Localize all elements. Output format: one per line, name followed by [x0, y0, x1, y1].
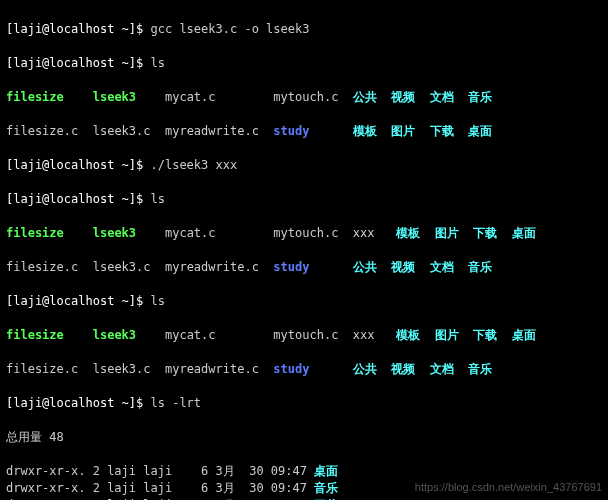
- prompt: [laji@localhost ~]$: [6, 395, 151, 412]
- prompt: [laji@localhost ~]$: [6, 191, 151, 208]
- prompt: [laji@localhost ~]$: [6, 21, 151, 38]
- command: gcc lseek3.c -o lseek3: [151, 21, 310, 38]
- ls-output: filesize lseek3 mycat.c mytouch.c 公共 视频 …: [6, 89, 602, 106]
- prompt: [laji@localhost ~]$: [6, 157, 151, 174]
- prompt: [laji@localhost ~]$: [6, 293, 151, 310]
- ls-lrt-row: drwxr-xr-x. 2 laji laji 6 3月 30 09:47 桌面: [6, 463, 602, 480]
- terminal[interactable]: [laji@localhost ~]$ gcc lseek3.c -o lsee…: [0, 0, 608, 500]
- command: ./lseek3 xxx: [151, 157, 238, 174]
- prompt: [laji@localhost ~]$: [6, 55, 151, 72]
- ls-output: filesize lseek3 mycat.c mytouch.c xxx 模板…: [6, 225, 602, 242]
- command: ls: [151, 191, 165, 208]
- total-line: 总用量 48: [6, 429, 602, 446]
- ls-output: filesize lseek3 mycat.c mytouch.c xxx 模板…: [6, 327, 602, 344]
- ls-output: filesize.c lseek3.c myreadwrite.c study …: [6, 259, 602, 276]
- file-name: 桌面: [314, 463, 338, 480]
- ls-output: filesize.c lseek3.c myreadwrite.c study …: [6, 361, 602, 378]
- command: ls: [151, 55, 165, 72]
- ls-output: filesize.c lseek3.c myreadwrite.c study …: [6, 123, 602, 140]
- command: ls -lrt: [151, 395, 202, 412]
- watermark: https://blog.csdn.net/weixin_43767691: [415, 479, 602, 496]
- command: ls: [151, 293, 165, 310]
- file-name: 音乐: [314, 480, 338, 497]
